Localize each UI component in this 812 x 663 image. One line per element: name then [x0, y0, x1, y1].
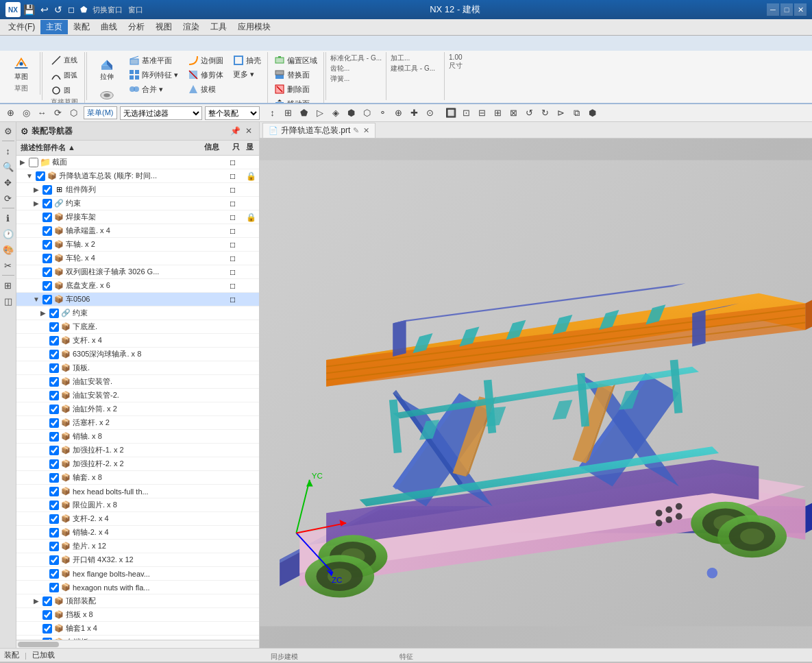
menu-appmodule[interactable]: 应用模块 [232, 20, 276, 34]
tree-hscrollbar[interactable] [16, 640, 259, 648]
check-b3026[interactable] [42, 267, 52, 277]
tree-item-bearing3026[interactable]: ▶ 📦 双列圆柱滚子轴承 3026 G... □ [16, 265, 259, 279]
expand-top-asm[interactable]: ▶ [32, 596, 41, 606]
view-btn-8[interactable]: ⚬ [376, 106, 391, 121]
expand-constraint[interactable]: ▶ [32, 199, 41, 208]
minimize-button[interactable]: ─ [767, 3, 779, 16]
check-piston[interactable] [49, 418, 59, 428]
check-weld[interactable] [42, 213, 52, 222]
window-menu-btn[interactable]: 窗口 [128, 5, 143, 15]
tree-item-lower-base[interactable]: ▶ 📦 下底座. [16, 320, 259, 334]
check-cm2[interactable] [49, 391, 59, 400]
check-tp[interactable] [49, 363, 59, 373]
extrude-button[interactable]: 拉伸 [91, 53, 123, 84]
undo-icon[interactable]: ↩ [40, 4, 49, 15]
close-button[interactable]: ✕ [794, 3, 807, 16]
cut-switch-btn[interactable]: 切换窗口 [93, 5, 123, 15]
check-hn[interactable] [49, 583, 59, 592]
check-bc[interactable] [42, 226, 52, 236]
check-baffle[interactable] [42, 610, 52, 620]
tree-item-piston[interactable]: ▶ 📦 活塞杆. x 2 [16, 416, 259, 430]
snap-btn-9[interactable]: ⧉ [569, 106, 585, 121]
shell-button[interactable]: 抽壳 [230, 53, 264, 67]
lt-rotate[interactable]: ⟳ [1, 191, 16, 206]
expand-main[interactable]: ▼ [25, 171, 34, 181]
tree-item-top-asm[interactable]: ▶ 📦 顶部装配 [16, 594, 259, 608]
snap-btn-3[interactable]: ⊟ [475, 106, 490, 121]
circle-button[interactable]: 圆 [47, 84, 81, 97]
sidebar-pin-button[interactable]: 📌 [229, 125, 241, 137]
cmd-btn-1[interactable]: ⊕ [3, 106, 18, 121]
check-car-c[interactable] [49, 309, 59, 318]
viewport-tab-main[interactable]: 📄 升降轨道车总装.prt ✎ ✕ [262, 123, 376, 138]
lt-move[interactable]: ✥ [1, 175, 16, 190]
more-features-button[interactable]: 更多 ▾ [230, 68, 264, 81]
snap-btn-2[interactable]: ⊡ [459, 106, 474, 121]
snap-btn-6[interactable]: ↺ [522, 106, 537, 121]
check-array[interactable] [42, 185, 52, 195]
move-face-button[interactable]: 移动面 [271, 97, 321, 103]
tree-item-bushing[interactable]: ▶ 📦 轴套. x 8 [16, 471, 259, 485]
filter-select[interactable]: 无选择过滤器 面 边 体 [120, 106, 202, 120]
tree-item-hex-nuts[interactable]: ▶ 📦 hexagon nuts with fla... [16, 581, 259, 594]
lt-select[interactable]: ↕ [1, 143, 16, 158]
check-bush[interactable] [49, 473, 59, 483]
check-b1[interactable] [42, 624, 52, 634]
line-button[interactable]: 直线 [47, 53, 81, 67]
tree-hscroll-thumb[interactable] [18, 642, 59, 647]
view-btn-7[interactable]: ⬡ [360, 106, 375, 121]
lt-zoom[interactable]: 🔍 [1, 159, 16, 174]
tree-item-reinforce1[interactable]: ▶ 📦 加强拉杆-1. x 2 [16, 444, 259, 457]
window-icon[interactable]: ◻ [68, 5, 75, 14]
check-wheel[interactable] [42, 254, 52, 263]
tree-item-main[interactable]: ▼ 📦 升降轨道车总装 (顺序: 时间... □ 🔒 [16, 169, 259, 183]
trim-body-button[interactable]: 修剪体 [184, 68, 227, 82]
arc-button[interactable]: 圆弧 [47, 69, 81, 82]
viewport-3d[interactable]: YC ZC [260, 138, 812, 648]
menu-file[interactable]: 文件(F) [3, 20, 40, 34]
cmd-btn-3[interactable]: ↔ [34, 106, 49, 121]
redo-icon[interactable]: ↺ [54, 4, 62, 15]
view-btn-1[interactable]: ↕ [265, 106, 280, 121]
check-sr[interactable] [49, 336, 59, 346]
check-top-asm[interactable] [42, 596, 52, 606]
edge-blend-button[interactable]: 边倒圆 [184, 53, 227, 67]
check-constraint[interactable] [42, 199, 52, 208]
sidebar-settings-icon[interactable]: ⚙ [21, 126, 29, 136]
menu-analysis[interactable]: 分析 [123, 20, 150, 34]
lt-grid[interactable]: ⊞ [1, 278, 16, 293]
check-bs[interactable] [42, 281, 52, 291]
save-icon[interactable]: 💾 [23, 4, 35, 15]
check-washer[interactable] [49, 542, 59, 551]
tree-item-cyl-outer[interactable]: ▶ 📦 油缸外筒. x 2 [16, 402, 259, 416]
arrow-icon[interactable]: ⬟ [80, 5, 87, 14]
snap-btn-1[interactable]: 🔲 [443, 106, 458, 121]
expand-jm[interactable]: ▶ [18, 158, 27, 167]
check-cm[interactable] [49, 377, 59, 387]
expand-car[interactable]: ▼ [32, 295, 41, 304]
check-pa[interactable] [49, 432, 59, 442]
lt-clock[interactable]: 🕐 [1, 226, 16, 241]
tree-item-bearing-cap[interactable]: ▶ 📦 轴承端盖. x 4 □ [16, 224, 259, 238]
tree-item-pin-axis[interactable]: ▶ 📦 销轴. x 8 [16, 430, 259, 444]
view-btn-3[interactable]: ⬟ [297, 106, 312, 121]
menu-curve[interactable]: 曲线 [95, 20, 123, 34]
sidebar-close-button[interactable]: ✕ [243, 125, 255, 137]
check-car[interactable] [42, 295, 52, 304]
lt-info[interactable]: ℹ [1, 210, 16, 226]
tree-item-baffle[interactable]: ▶ 📦 挡板 x 8 [16, 608, 259, 622]
snap-btn-4[interactable]: ⊞ [491, 106, 506, 121]
expand-array[interactable]: ▶ [32, 185, 41, 195]
view-btn-10[interactable]: ✚ [407, 106, 422, 121]
snap-btn-10[interactable]: ⬢ [585, 106, 600, 121]
tree-item-pin-axis2[interactable]: ▶ 📦 销轴-2. x 4 [16, 526, 259, 540]
view-btn-9[interactable]: ⊕ [391, 106, 406, 121]
tree-item-array[interactable]: ▶ ⊞ 组件阵列 □ [16, 183, 259, 197]
check-cotter[interactable] [49, 555, 59, 565]
tree-item-washer[interactable]: ▶ 📦 垫片. x 12 [16, 540, 259, 553]
view-btn-11[interactable]: ⊙ [423, 106, 438, 121]
tree-item-cyl-mount[interactable]: ▶ 📦 油缸安装管. [16, 375, 259, 389]
cmd-btn-4[interactable]: ⟳ [50, 106, 65, 121]
tree-item-car-constraint[interactable]: ▶ 🔗 约束 [16, 306, 259, 320]
check-fb[interactable] [49, 569, 59, 579]
